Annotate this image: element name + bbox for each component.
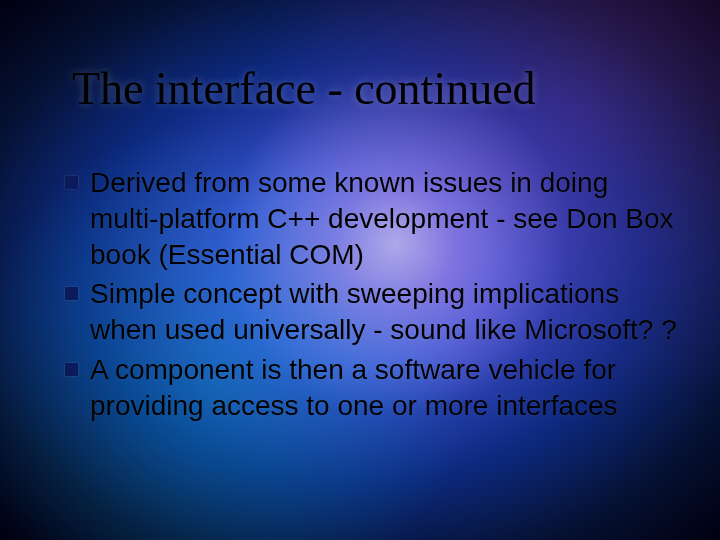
slide-body: Derived from some known issues in doing … xyxy=(65,165,680,428)
slide-title: The interface - continued xyxy=(72,62,680,115)
bullet-icon xyxy=(65,363,78,376)
bullet-icon xyxy=(65,176,78,189)
list-item: Simple concept with sweeping implication… xyxy=(65,276,680,348)
bullet-icon xyxy=(65,287,78,300)
list-item: A component is then a software vehicle f… xyxy=(65,352,680,424)
list-item: Derived from some known issues in doing … xyxy=(65,165,680,272)
bullet-text: Simple concept with sweeping implication… xyxy=(90,276,680,348)
bullet-text: A component is then a software vehicle f… xyxy=(90,352,680,424)
bullet-text: Derived from some known issues in doing … xyxy=(90,165,680,272)
slide: The interface - continued Derived from s… xyxy=(0,0,720,540)
